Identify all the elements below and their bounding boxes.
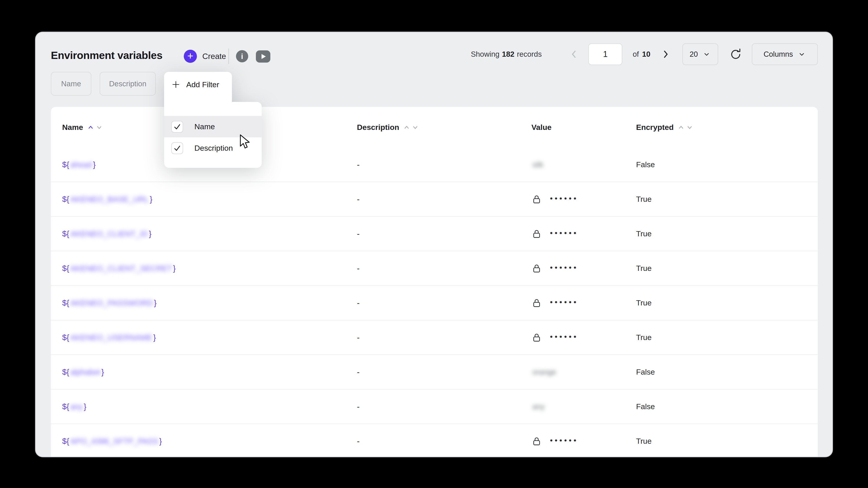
masked-value-dots: •••••• xyxy=(550,194,578,203)
add-filter-menu: NameDescription xyxy=(164,102,262,168)
next-page-button[interactable] xyxy=(660,48,671,60)
page-number-input[interactable] xyxy=(588,43,622,65)
of-label: of xyxy=(633,50,639,59)
name-prefix: ${ xyxy=(62,402,69,411)
lock-icon xyxy=(531,298,542,308)
refresh-button[interactable] xyxy=(729,48,742,61)
filter-chips: NameDescription xyxy=(51,72,156,96)
checked-checkbox[interactable] xyxy=(171,142,183,154)
checked-checkbox[interactable] xyxy=(171,121,183,133)
column-header-label: Description xyxy=(357,123,399,132)
create-button-label: Create xyxy=(202,52,226,61)
value-cell: silk xyxy=(531,148,544,182)
prev-page-button[interactable] xyxy=(568,48,580,60)
column-header-name[interactable]: Name xyxy=(62,107,103,148)
masked-value-dots: •••••• xyxy=(550,298,578,306)
name-suffix: } xyxy=(84,402,87,411)
variable-name-link[interactable]: ${AKENEO_CLIENT_ID} xyxy=(62,229,151,238)
encrypted-cell: True xyxy=(636,217,652,251)
description-cell: - xyxy=(357,286,360,320)
lock-icon xyxy=(531,332,542,343)
add-filter-button[interactable]: Add Filter xyxy=(164,72,232,103)
sort-asc-icon[interactable] xyxy=(678,124,684,131)
description-cell: - xyxy=(357,355,360,389)
chevron-right-icon xyxy=(660,48,671,60)
value-cell: orange xyxy=(531,355,557,389)
name-cell: ${any} xyxy=(62,390,86,424)
youtube-icon[interactable] xyxy=(256,51,270,63)
plus-icon xyxy=(171,80,180,89)
masked-value-dots: •••••• xyxy=(550,436,578,445)
encrypted-cell: False xyxy=(636,390,655,424)
column-header-value: Value xyxy=(531,107,552,148)
column-header-encrypted[interactable]: Encrypted xyxy=(636,107,693,148)
description-cell: - xyxy=(357,217,360,251)
masked-value-dots: •••••• xyxy=(550,332,578,341)
name-suffix: } xyxy=(154,298,157,307)
sort-desc-icon[interactable] xyxy=(96,124,103,131)
variable-name-link[interactable]: ${AKENEO_PASSWORD} xyxy=(62,298,157,307)
description-cell: - xyxy=(357,182,360,216)
column-header-label: Name xyxy=(62,123,83,132)
name-cell: ${AKENEO_PASSWORD} xyxy=(62,286,157,320)
sort-desc-icon[interactable] xyxy=(412,124,418,131)
description-cell: - xyxy=(357,148,360,182)
table-row: ${AKENEO_CLIENT_SECRET}-••••••True xyxy=(51,251,818,286)
record-count-summary: Showing 182 records xyxy=(471,43,542,65)
add-filter-label: Add Filter xyxy=(186,80,219,89)
value-cell: •••••• xyxy=(531,251,578,285)
name-prefix: ${ xyxy=(62,229,69,238)
lock-icon xyxy=(531,194,542,204)
lock-icon xyxy=(531,436,542,447)
sort-controls xyxy=(87,124,103,131)
name-prefix: ${ xyxy=(62,160,69,169)
table-body: ${ahead}-silkFalse${AKENEO_BASE_URL}-•••… xyxy=(51,148,818,457)
redacted-variable-name: ahead xyxy=(69,160,93,169)
showing-prefix: Showing xyxy=(471,50,500,59)
masked-value-dots: •••••• xyxy=(550,229,578,237)
name-cell: ${APO_4396_SFTP_PASS} xyxy=(62,424,162,457)
table-row: ${AKENEO_USERNAME}-••••••True xyxy=(51,320,818,355)
redacted-variable-name: AKENEO_PASSWORD xyxy=(69,298,154,307)
encrypted-cell: False xyxy=(636,355,655,389)
name-suffix: } xyxy=(149,229,151,238)
sort-asc-icon[interactable] xyxy=(403,124,410,131)
sort-desc-icon[interactable] xyxy=(686,124,693,131)
sort-asc-icon[interactable] xyxy=(87,124,94,131)
filter-chip-name[interactable]: Name xyxy=(51,72,91,96)
variable-name-link[interactable]: ${AKENEO_USERNAME} xyxy=(62,333,156,342)
page-title: Environment variables xyxy=(51,49,162,61)
table-row: ${AKENEO_PASSWORD}-••••••True xyxy=(51,286,818,320)
filter-chip-description[interactable]: Description xyxy=(100,72,156,96)
columns-menu-button[interactable]: Columns xyxy=(752,43,818,65)
variable-name-link[interactable]: ${ahead} xyxy=(62,160,96,169)
variable-name-link[interactable]: ${AKENEO_BASE_URL} xyxy=(62,195,152,204)
variable-name-link[interactable]: ${alphabet} xyxy=(62,367,104,377)
encrypted-cell: True xyxy=(636,286,652,320)
page-size-value: 20 xyxy=(690,50,698,59)
filter-menu-item-description[interactable]: Description xyxy=(164,137,262,159)
name-suffix: } xyxy=(101,367,104,377)
environment-variables-card: Environment variables + Create i Showing… xyxy=(35,32,833,457)
name-suffix: } xyxy=(153,333,156,342)
name-suffix: } xyxy=(173,264,176,273)
name-prefix: ${ xyxy=(62,333,69,342)
plus-circle-icon: + xyxy=(184,50,197,63)
info-icon[interactable]: i xyxy=(236,50,248,62)
table-row: ${any}-anyFalse xyxy=(51,390,818,424)
filter-menu-item-name[interactable]: Name xyxy=(164,116,262,137)
name-cell: ${ahead} xyxy=(62,148,96,182)
lock-icon xyxy=(531,263,542,273)
sort-controls xyxy=(678,124,693,131)
column-header-description[interactable]: Description xyxy=(357,107,418,148)
variable-name-link[interactable]: ${AKENEO_CLIENT_SECRET} xyxy=(62,264,176,273)
variable-name-link[interactable]: ${any} xyxy=(62,402,86,411)
name-suffix: } xyxy=(150,195,152,203)
chevron-down-icon xyxy=(798,50,806,59)
redacted-variable-name: AKENEO_BASE_URL xyxy=(69,195,150,204)
page-size-select[interactable]: 20 xyxy=(682,43,718,65)
lock-icon xyxy=(531,229,542,239)
variable-name-link[interactable]: ${APO_4396_SFTP_PASS} xyxy=(62,437,162,446)
create-button[interactable]: + Create xyxy=(184,50,226,63)
records-suffix: records xyxy=(517,50,542,59)
